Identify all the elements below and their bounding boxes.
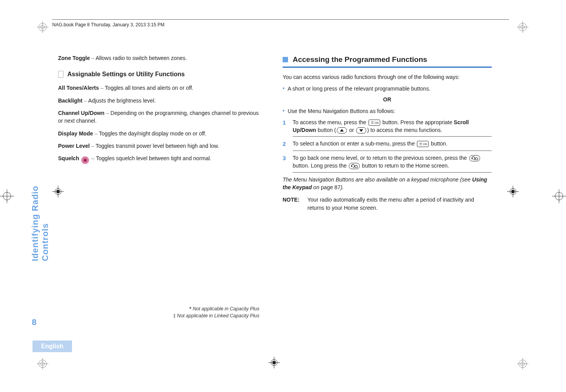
menu-navigation-note: The Menu Navigation Buttons are also ava…	[283, 176, 492, 192]
dash: –	[90, 55, 96, 61]
desc: Toggles squelch level between tight and …	[96, 155, 211, 161]
svg-rect-33	[273, 361, 276, 364]
bullet-text: A short or long press of the relevant pr…	[288, 85, 431, 92]
chapter-title-vertical: Identifying Radio Controls	[30, 145, 43, 261]
desc: Adjusts the brightness level.	[88, 98, 156, 104]
squelch-knob-icon	[81, 156, 89, 164]
text: To go back one menu level, or to return …	[293, 155, 468, 161]
left-column: Zone Toggle – Allows radio to switch bet…	[58, 54, 259, 212]
document-icon	[58, 71, 63, 78]
page-ref: page 87	[321, 184, 341, 190]
bullet-item: • A short or long press of the relevant …	[283, 85, 492, 92]
step-2: 2 To select a function or enter a sub-me…	[283, 140, 492, 148]
registration-mark-icon	[267, 356, 281, 370]
subsection-title: Assignable Settings or Utility Functions	[67, 70, 185, 79]
text: or	[348, 127, 355, 133]
scroll-down-button-icon	[355, 127, 367, 134]
running-header-text: NAG.book Page 8 Thursday, January 3, 201…	[52, 22, 165, 27]
svg-text:☰ OK: ☰ OK	[371, 121, 379, 125]
crop-mark-icon	[517, 21, 528, 33]
step-body: To select a function or enter a sub-menu…	[293, 140, 492, 148]
text: To access the menu, press the	[293, 119, 368, 125]
text: button (	[316, 127, 336, 133]
back-home-button-icon	[348, 163, 360, 169]
section-bullet-icon	[283, 57, 288, 62]
entry-backlight: Backlight – Adjusts the brightness level…	[58, 97, 259, 104]
registration-mark-icon	[507, 186, 519, 199]
section-header: Accessing the Programmed Functions	[283, 54, 492, 65]
term: Backlight	[58, 98, 82, 104]
text: The Menu Navigation Buttons are also ava…	[283, 176, 472, 183]
note-label: NOTE:	[283, 196, 304, 212]
step-divider	[293, 136, 492, 137]
subsection-header: Assignable Settings or Utility Functions	[58, 70, 259, 79]
step-divider	[293, 172, 492, 173]
text: button.	[429, 140, 448, 147]
step-1: 1 To access the menu, press the ☰ OK but…	[283, 118, 492, 134]
step-body: To go back one menu level, or to return …	[293, 154, 492, 170]
or-separator: OR	[283, 96, 492, 103]
entry-squelch: Squelch – Toggles squelch level between …	[58, 154, 259, 164]
desc: Toggles transmit power level between hig…	[96, 143, 219, 149]
bullet-dot-icon: •	[283, 85, 285, 92]
term: Squelch	[58, 155, 79, 161]
svg-rect-29	[511, 190, 515, 193]
text: button to return to the Home screen.	[360, 163, 449, 169]
step-number: 2	[283, 140, 288, 148]
registration-mark-left	[0, 189, 14, 203]
desc: Toggles all tones and alerts on or off.	[105, 85, 194, 91]
step-number: 1	[283, 118, 288, 134]
footnote-1: * Not applicable in Capacity Plus	[58, 306, 259, 313]
text: ) to access the menu functions.	[367, 127, 442, 133]
step-body: To access the menu, press the ☰ OK butto…	[293, 118, 492, 134]
language-tab: English	[33, 341, 72, 352]
bullet-item: • Use the Menu Navigation Buttons as fol…	[283, 107, 492, 115]
registration-mark-right	[552, 189, 566, 203]
text: on	[312, 184, 321, 190]
svg-text:☰ OK: ☰ OK	[419, 142, 427, 146]
dash: –	[93, 130, 99, 137]
text: button. Long press the	[293, 163, 348, 169]
footnotes: * Not applicable in Capacity Plus ‡ Not …	[58, 306, 259, 319]
dash: –	[105, 110, 111, 116]
entry-all-tones: All Tones/Alerts – Toggles all tones and…	[58, 84, 259, 92]
term: Power Level	[58, 143, 90, 149]
term: Zone Toggle	[58, 55, 90, 61]
desc: Allows radio to switch between zones.	[96, 55, 187, 61]
note-body: Your radio automatically exits the menu …	[307, 196, 492, 212]
dash: –	[90, 143, 96, 149]
entry-channel-updown: Channel Up/Down – Depending on the progr…	[58, 109, 259, 125]
dash: –	[91, 155, 96, 161]
bullet-text: Use the Menu Navigation Buttons as follo…	[288, 107, 395, 115]
page: NAG.book Page 8 Thursday, January 3, 201…	[35, 19, 530, 371]
crop-mark-icon	[37, 358, 48, 370]
dash: –	[82, 98, 88, 104]
term: Display Mode	[58, 130, 93, 137]
text: ).	[340, 184, 344, 190]
dash: –	[99, 85, 105, 91]
content-columns: Zone Toggle – Allows radio to switch bet…	[58, 54, 507, 212]
note-block: NOTE: Your radio automatically exits the…	[283, 196, 492, 212]
intro-paragraph: You can access various radio functions t…	[283, 73, 492, 81]
text: To select a function or enter a sub-menu…	[293, 140, 416, 147]
desc: Toggles the day/night display mode on or…	[99, 130, 207, 137]
back-home-button-icon	[468, 155, 481, 161]
crop-mark-icon	[37, 21, 48, 33]
section-rule	[283, 67, 492, 68]
footnote-text: Not applicable in Linked Capacity Plus	[176, 313, 259, 318]
text: button. Press the appropriate	[381, 119, 454, 125]
crop-mark-icon	[517, 358, 528, 370]
entry-zone-toggle: Zone Toggle – Allows radio to switch bet…	[58, 54, 259, 62]
step-3: 3 To go back one menu level, or to retur…	[283, 154, 492, 170]
entry-power-level: Power Level – Toggles transmit power lev…	[58, 142, 259, 150]
footnote-mark: ‡	[173, 313, 176, 318]
step-number: 3	[283, 154, 288, 170]
section-title: Accessing the Programmed Functions	[293, 54, 427, 65]
term: Channel Up/Down	[58, 110, 105, 116]
page-number: 8	[32, 317, 36, 327]
right-column: Accessing the Programmed Functions You c…	[283, 54, 492, 212]
footnote-2: ‡ Not applicable in Linked Capacity Plus	[58, 313, 259, 320]
running-header: NAG.book Page 8 Thursday, January 3, 201…	[52, 19, 509, 27]
scroll-up-button-icon	[336, 127, 348, 134]
bullet-dot-icon: •	[283, 107, 285, 115]
